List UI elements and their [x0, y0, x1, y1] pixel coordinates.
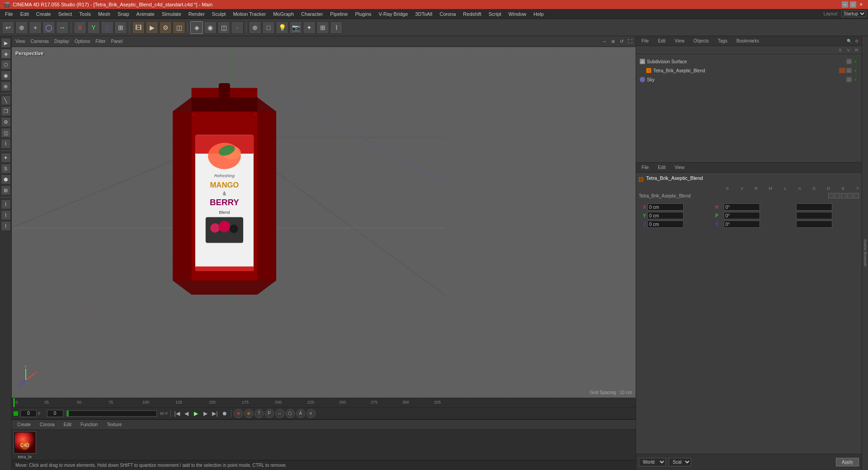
menu-plugins[interactable]: Plugins: [352, 10, 374, 18]
pb-icon-auto[interactable]: A: [296, 409, 305, 418]
menu-select[interactable]: Select: [55, 10, 75, 18]
attr-tab-file[interactable]: File: [638, 164, 652, 171]
mat-tab-edit[interactable]: Edit: [60, 421, 75, 428]
left-btn-9[interactable]: ⌇: [1, 139, 11, 149]
current-frame-input[interactable]: [20, 410, 37, 417]
menu-window[interactable]: Window: [505, 10, 529, 18]
left-btn-6[interactable]: ❒: [1, 106, 11, 116]
vp-options-menu[interactable]: Options: [73, 38, 92, 44]
attr-icon-2[interactable]: [835, 193, 840, 198]
btn-record[interactable]: ⏺: [221, 409, 229, 418]
menu-pipeline[interactable]: Pipeline: [327, 10, 351, 18]
vp-icon-move[interactable]: ↔: [601, 38, 608, 45]
pb-icon-3[interactable]: ?: [255, 409, 264, 418]
menu-simulate[interactable]: Simulate: [159, 10, 184, 18]
obj-tab-view[interactable]: View: [671, 38, 688, 44]
left-btn-15[interactable]: ⌇: [1, 210, 11, 220]
toolbar-y-axis[interactable]: Y: [87, 21, 100, 34]
toolbar-edge-mode[interactable]: ◫: [217, 21, 230, 34]
coord-x-pos[interactable]: [647, 203, 684, 211]
menu-edit[interactable]: Edit: [17, 10, 32, 18]
left-btn-16[interactable]: ⌇: [1, 221, 11, 231]
frame-display[interactable]: [47, 410, 63, 417]
pb-icon-layers[interactable]: ≡: [307, 409, 316, 418]
attr-icon-3[interactable]: [841, 193, 846, 198]
coord-z-size[interactable]: [796, 221, 832, 228]
obj-tab-file[interactable]: File: [638, 38, 652, 44]
left-btn-2[interactable]: ⬡: [1, 60, 11, 70]
menu-mesh[interactable]: Mesh: [95, 10, 113, 18]
menu-character[interactable]: Character: [298, 10, 326, 18]
menu-3dtoall[interactable]: 3DToAll: [412, 10, 435, 18]
obj-settings-icon[interactable]: ⚙: [854, 38, 860, 44]
vp-icon-maximize[interactable]: ⛶: [627, 38, 634, 45]
pb-icon-4[interactable]: P: [265, 409, 274, 418]
material-thumbnail[interactable]: C4D: [14, 431, 36, 454]
menu-sculpt[interactable]: Sculpt: [209, 10, 229, 18]
toolbar-z-axis[interactable]: Z: [101, 21, 113, 34]
menu-mograph[interactable]: MoGraph: [270, 10, 297, 18]
attr-icon-5[interactable]: [854, 193, 859, 198]
vp-icon-zoom[interactable]: ⊕: [609, 38, 617, 45]
btn-go-start[interactable]: |◀: [173, 409, 181, 418]
toolbar-select-all[interactable]: ⊕: [15, 21, 28, 34]
maximize-button[interactable]: □: [850, 1, 856, 8]
obj-check-icon3[interactable]: ✓: [853, 77, 858, 82]
toolbar-polygon-mode[interactable]: ◉: [204, 21, 217, 34]
obj-row-subdivision[interactable]: Subdivision Surface □ ✓: [638, 57, 860, 66]
obj-mat-icon[interactable]: [839, 68, 845, 73]
toolbar-undo[interactable]: ↩: [2, 21, 14, 34]
menu-vray[interactable]: V-Ray Bridge: [376, 10, 411, 18]
toolbar-move[interactable]: ↔: [56, 21, 69, 34]
apply-button[interactable]: Apply: [836, 458, 859, 466]
toolbar-object-mode[interactable]: ◈: [190, 21, 203, 34]
menu-script[interactable]: Script: [486, 10, 505, 18]
vp-display-menu[interactable]: Display: [52, 38, 71, 44]
left-btn-3[interactable]: ◉: [1, 70, 11, 80]
obj-check-icon[interactable]: ✓: [853, 59, 858, 64]
coord-y-p[interactable]: [724, 212, 760, 219]
obj-search-icon[interactable]: 🔍: [846, 38, 852, 44]
world-dropdown[interactable]: World: [639, 458, 666, 466]
toolbar-render-view[interactable]: ◫: [173, 21, 185, 34]
left-btn-8[interactable]: ◫: [1, 128, 11, 138]
vp-icon-rotate[interactable]: ↺: [618, 38, 625, 45]
menu-create[interactable]: Create: [33, 10, 54, 18]
coord-y-pos[interactable]: [647, 212, 684, 219]
obj-tab-edit[interactable]: Edit: [654, 38, 669, 44]
toolbar-null[interactable]: ✦: [303, 21, 316, 34]
mat-tab-texture[interactable]: Texture: [103, 421, 125, 428]
toolbar-all-axes[interactable]: ⊞: [114, 21, 127, 34]
menu-render[interactable]: Render: [185, 10, 208, 18]
menu-redshift[interactable]: Redshift: [460, 10, 484, 18]
attr-icon-1[interactable]: [828, 193, 834, 198]
toolbar-camera[interactable]: 📷: [289, 21, 302, 34]
menu-file[interactable]: File: [2, 10, 16, 18]
toolbar-render-region[interactable]: 🎞: [132, 21, 145, 34]
vp-filter-menu[interactable]: Filter: [94, 38, 107, 44]
obj-tab-objects[interactable]: Objects: [690, 38, 712, 44]
obj-row-sky[interactable]: Sky □ ✓: [638, 75, 860, 84]
toolbar-spline[interactable]: ⌇: [330, 21, 343, 34]
obj-visible-icon2[interactable]: □: [846, 68, 852, 73]
obj-row-tetra[interactable]: Tetra_Brik_Aseptic_Blend □ ✓: [638, 66, 860, 75]
title-bar-controls[interactable]: ─ □ ✕: [842, 1, 864, 8]
toolbar-render-settings[interactable]: ⚙: [159, 21, 172, 34]
mat-tab-create[interactable]: Create: [14, 421, 34, 428]
toolbar-grid-view[interactable]: ⊞: [316, 21, 329, 34]
btn-prev-frame[interactable]: ◀: [183, 409, 191, 418]
coord-z-pos[interactable]: [647, 221, 684, 228]
attr-icon-4[interactable]: [847, 193, 853, 198]
close-button[interactable]: ✕: [858, 1, 864, 8]
toolbar-point-mode[interactable]: ·: [231, 21, 244, 34]
toolbar-add[interactable]: +: [29, 21, 42, 34]
mat-tab-function[interactable]: Function: [77, 421, 101, 428]
pb-icon-mode[interactable]: ↔: [275, 409, 284, 418]
layout-select[interactable]: Startup: [841, 10, 866, 17]
toolbar-lights[interactable]: 💡: [276, 21, 288, 34]
timeline-progress-bar[interactable]: [66, 410, 157, 417]
btn-play[interactable]: ▶: [192, 409, 200, 418]
obj-check-icon2[interactable]: ✓: [853, 68, 858, 73]
left-btn-1[interactable]: ◈: [1, 49, 11, 59]
material-item[interactable]: C4D tetra_br: [14, 431, 36, 459]
